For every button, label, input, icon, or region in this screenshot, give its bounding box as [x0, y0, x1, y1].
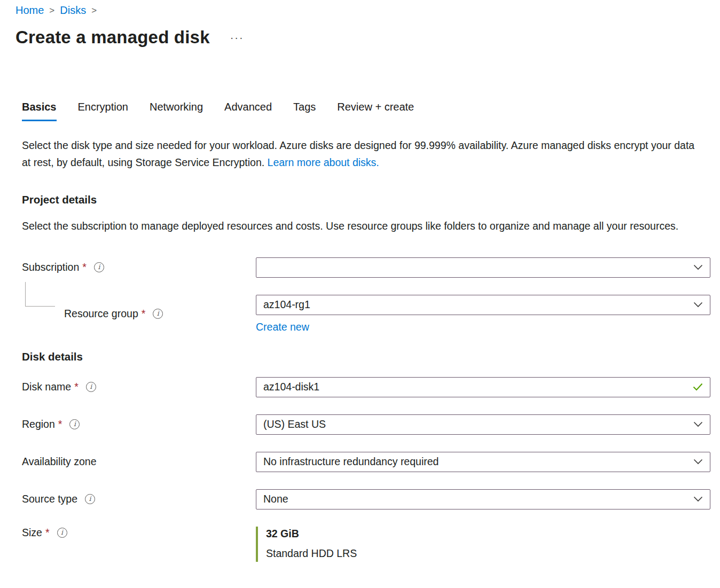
tab-label: Tags: [293, 101, 316, 113]
source-type-dropdown[interactable]: None: [256, 489, 710, 509]
subscription-connector-line: [25, 282, 55, 307]
region-label: Region *: [22, 418, 256, 430]
field-label: Disk name: [22, 381, 71, 393]
title-row: Create a managed disk ···: [0, 27, 720, 48]
field-label: Availability zone: [22, 456, 96, 468]
tab-basics[interactable]: Basics: [22, 101, 57, 121]
region-input-cell: (US) East US: [256, 414, 710, 435]
source-type-input-cell: None: [256, 489, 710, 509]
required-marker: *: [82, 261, 87, 273]
dropdown-value: az104-rg1: [263, 299, 310, 311]
required-marker: *: [45, 527, 50, 539]
info-icon[interactable]: [57, 528, 67, 538]
region-dropdown[interactable]: (US) East US: [256, 414, 710, 435]
disk-details-heading: Disk details: [0, 350, 720, 363]
breadcrumb-separator-icon: >: [91, 5, 97, 16]
source-type-label: Source type: [22, 493, 256, 505]
availability-zone-input-cell: No infrastructure redundancy required: [256, 452, 710, 472]
required-marker: *: [142, 308, 146, 320]
info-icon[interactable]: [69, 419, 80, 429]
size-summary: 32 GiB Standard HDD LRS: [256, 527, 710, 562]
size-label: Size *: [22, 527, 256, 539]
breadcrumb-disks-link[interactable]: Disks: [60, 4, 86, 17]
valid-check-icon: [693, 383, 703, 391]
chevron-down-icon: [693, 459, 703, 465]
breadcrumb: Home > Disks >: [0, 4, 720, 17]
tab-label: Encryption: [78, 101, 129, 113]
tab-label: Basics: [22, 101, 57, 113]
resource-group-input-cell: az104-rg1 Create new: [256, 295, 710, 333]
disk-name-field: [256, 377, 710, 397]
create-managed-disk-page: Home > Disks > Create a managed disk ···…: [0, 0, 720, 588]
info-icon[interactable]: [153, 309, 163, 319]
project-details-heading: Project details: [0, 193, 720, 206]
tab-label: Networking: [150, 101, 203, 113]
page-title: Create a managed disk: [15, 27, 210, 48]
size-value: 32 GiB: [266, 528, 710, 540]
availability-zone-row: Availability zone No infrastructure redu…: [0, 452, 720, 472]
field-label: Region: [22, 418, 55, 430]
disk-name-row: Disk name *: [0, 377, 720, 397]
basics-form: Subscription * Resource group *: [0, 257, 720, 562]
availability-zone-label: Availability zone: [22, 456, 256, 468]
tab-tags[interactable]: Tags: [293, 101, 316, 121]
info-icon[interactable]: [85, 494, 95, 504]
disk-name-label: Disk name *: [22, 381, 256, 393]
breadcrumb-home-link[interactable]: Home: [15, 4, 44, 17]
tab-label: Advanced: [224, 101, 272, 113]
more-options-button[interactable]: ···: [229, 30, 245, 45]
disk-name-input[interactable]: [263, 381, 686, 393]
subscription-group: Subscription * Resource group *: [0, 257, 720, 333]
dropdown-value: No infrastructure redundancy required: [263, 456, 439, 468]
resource-group-dropdown[interactable]: az104-rg1: [256, 295, 710, 315]
wizard-tabs: Basics Encryption Networking Advanced Ta…: [0, 101, 720, 121]
field-label: Subscription: [22, 261, 79, 273]
source-type-row: Source type None: [0, 489, 720, 509]
size-sku: Standard HDD LRS: [266, 547, 710, 560]
required-marker: *: [74, 381, 79, 393]
tab-encryption[interactable]: Encryption: [78, 101, 129, 121]
subscription-row: Subscription *: [0, 257, 720, 278]
disk-name-input-cell: [256, 377, 710, 397]
chevron-down-icon: [693, 302, 703, 308]
learn-more-link[interactable]: Learn more about disks.: [268, 156, 379, 168]
size-row: Size * 32 GiB Standard HDD LRS: [0, 527, 720, 562]
tab-advanced[interactable]: Advanced: [224, 101, 272, 121]
create-new-resource-group-link[interactable]: Create new: [256, 321, 309, 333]
field-label: Source type: [22, 493, 77, 505]
info-icon[interactable]: [86, 382, 96, 392]
region-row: Region * (US) East US: [0, 414, 720, 435]
required-marker: *: [58, 418, 62, 430]
field-label: Resource group: [64, 308, 138, 320]
resource-group-label: Resource group *: [22, 308, 256, 320]
subscription-dropdown[interactable]: [256, 257, 710, 278]
availability-zone-dropdown[interactable]: No infrastructure redundancy required: [256, 452, 710, 472]
info-icon[interactable]: [94, 262, 104, 272]
chevron-down-icon: [693, 496, 703, 502]
project-details-description: Select the subscription to manage deploy…: [22, 218, 699, 235]
chevron-down-icon: [693, 264, 703, 270]
dropdown-value: None: [263, 493, 288, 505]
chevron-down-icon: [693, 421, 703, 427]
subscription-input-cell: [256, 257, 710, 278]
subscription-label: Subscription *: [22, 261, 256, 273]
breadcrumb-separator-icon: >: [49, 5, 54, 16]
intro-text: Select the disk type and size needed for…: [22, 137, 702, 171]
tab-networking[interactable]: Networking: [150, 101, 203, 121]
tab-review-create[interactable]: Review + create: [337, 101, 414, 121]
size-input-cell: 32 GiB Standard HDD LRS: [256, 527, 710, 562]
tab-label: Review + create: [337, 101, 414, 113]
dropdown-value: (US) East US: [263, 418, 326, 430]
field-label: Size: [22, 527, 42, 539]
resource-group-row: Resource group * az104-rg1 Create new: [0, 295, 720, 333]
